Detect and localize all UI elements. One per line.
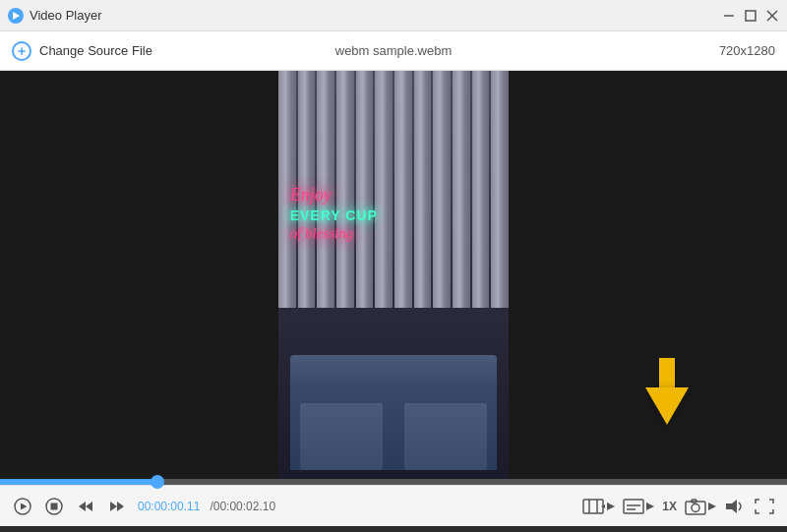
svg-marker-0 xyxy=(13,12,20,20)
title-bar: Video Player xyxy=(0,0,787,31)
sofa-back xyxy=(290,355,498,384)
toolbar-left: + Change Source File xyxy=(12,41,152,61)
progress-thumb[interactable] xyxy=(151,475,164,489)
progress-fill xyxy=(0,479,157,485)
svg-rect-18 xyxy=(624,500,643,513)
minimize-button[interactable] xyxy=(722,9,736,23)
volume-button[interactable] xyxy=(724,498,746,515)
svg-marker-6 xyxy=(21,502,28,509)
neon-blessing: of blessing xyxy=(290,225,498,242)
maximize-button[interactable] xyxy=(744,9,757,23)
svg-marker-26 xyxy=(726,500,737,513)
crop-button[interactable] xyxy=(581,498,615,515)
subtitle-button[interactable] xyxy=(623,498,654,515)
forward-button[interactable] xyxy=(106,496,128,517)
arrow-head xyxy=(645,387,689,425)
play-button[interactable] xyxy=(12,496,33,517)
svg-marker-17 xyxy=(607,502,615,510)
snapshot-button[interactable] xyxy=(685,498,716,515)
total-time: /00:00:02.10 xyxy=(210,500,275,513)
svg-marker-10 xyxy=(86,502,92,511)
svg-marker-9 xyxy=(79,502,86,511)
sofa-cushion-left xyxy=(300,403,383,469)
svg-point-23 xyxy=(692,503,699,511)
current-time: 00:00:00.11 xyxy=(138,500,200,513)
sofa-cushion-right xyxy=(404,403,487,469)
app-icon xyxy=(8,8,24,24)
controls-bar: 00:00:00.11 /00:00:02.10 xyxy=(0,485,787,526)
video-frame: Enjoy EVERY CUP of blessing xyxy=(278,71,509,479)
neon-signs: Enjoy EVERY CUP of blessing xyxy=(290,185,498,242)
arrow-shaft xyxy=(659,358,675,387)
sofa-area xyxy=(278,308,509,479)
progress-bar-area[interactable] xyxy=(0,479,787,485)
svg-marker-11 xyxy=(117,502,124,511)
svg-rect-8 xyxy=(51,502,58,509)
neon-every: EVERY CUP xyxy=(290,207,498,223)
title-bar-left: Video Player xyxy=(8,8,101,24)
change-source-button[interactable]: Change Source File xyxy=(39,43,152,58)
svg-rect-2 xyxy=(746,11,756,21)
neon-enjoy: Enjoy xyxy=(290,185,498,206)
svg-marker-21 xyxy=(646,502,654,510)
toolbar: + Change Source File webm sample.webm 72… xyxy=(0,31,787,71)
filename-label: webm sample.webm xyxy=(335,43,453,58)
arrow-indicator xyxy=(645,363,689,425)
fullscreen-button[interactable] xyxy=(754,498,775,515)
window-controls xyxy=(722,9,779,23)
video-area: Enjoy EVERY CUP of blessing xyxy=(0,71,787,479)
progress-remaining xyxy=(157,479,787,485)
video-background: Enjoy EVERY CUP of blessing xyxy=(278,71,509,479)
resolution-label: 720x1280 xyxy=(719,43,775,58)
stop-button[interactable] xyxy=(43,496,65,517)
rewind-button[interactable] xyxy=(75,496,96,517)
window-title: Video Player xyxy=(30,8,101,23)
sofa-body xyxy=(290,375,498,469)
close-button[interactable] xyxy=(765,9,779,23)
svg-marker-25 xyxy=(708,502,716,510)
svg-marker-12 xyxy=(110,502,117,511)
speed-label[interactable]: 1X xyxy=(662,500,677,513)
controls-right: 1X xyxy=(581,498,775,515)
add-source-icon[interactable]: + xyxy=(12,41,31,61)
svg-rect-13 xyxy=(583,500,603,513)
